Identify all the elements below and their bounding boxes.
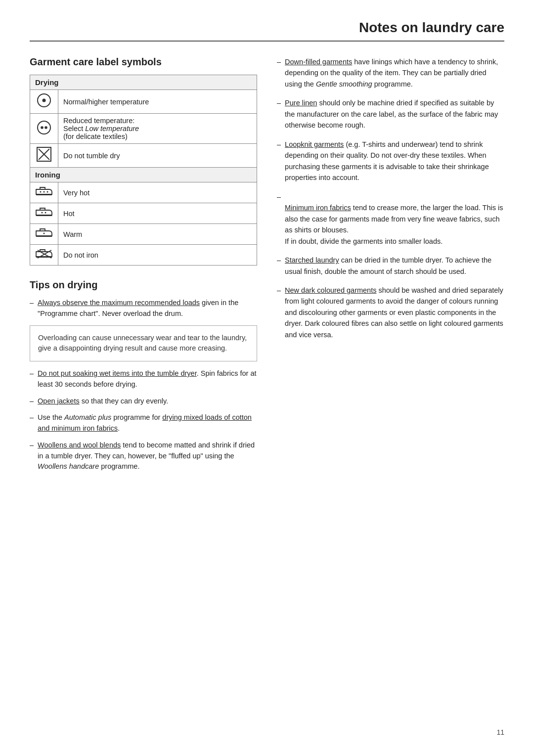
page-title: Notes on laundry care bbox=[359, 20, 504, 35]
right-item-5: – Starched laundry can be dried in the t… bbox=[277, 255, 504, 277]
tip-text-4: Open jackets so that they can dry evenly… bbox=[38, 396, 168, 407]
tip-underline-3: Do not put soaking wet items into the tu… bbox=[38, 369, 197, 377]
drying-header: Drying bbox=[30, 75, 257, 90]
tip-text-5: Use the Automatic plus programme for dry… bbox=[38, 412, 257, 434]
right-list: – Down-filled garments have linings whic… bbox=[277, 56, 504, 340]
ironing-header: Ironing bbox=[30, 168, 257, 182]
tip-item-1: – Always observe the maximum recommended… bbox=[30, 298, 257, 319]
tip-underline-4: Open jackets bbox=[38, 397, 80, 405]
page: Notes on laundry care Garment care label… bbox=[0, 0, 534, 756]
ironing-icon-2 bbox=[30, 203, 58, 224]
drying-icon-2 bbox=[30, 114, 58, 144]
tip-item-4: – Open jackets so that they can dry even… bbox=[30, 396, 257, 407]
svg-point-14 bbox=[45, 212, 46, 214]
tip-item-6: – Woollens and wool blends tend to becom… bbox=[30, 440, 257, 472]
page-number: 11 bbox=[496, 728, 504, 736]
tip-text-3: Do not put soaking wet items into the tu… bbox=[38, 368, 257, 390]
svg-point-2 bbox=[38, 121, 50, 134]
ironing-row-3: Warm bbox=[30, 224, 257, 245]
right-item-4: – Minimum iron fabrics tend to crease mo… bbox=[277, 191, 504, 247]
tip-dash-3: – bbox=[30, 368, 34, 390]
drying-row-2: Reduced temperature: Select Low temperat… bbox=[30, 114, 257, 144]
iron-1-dot-icon bbox=[35, 227, 53, 239]
svg-rect-12 bbox=[36, 215, 52, 216]
ironing-icon-1 bbox=[30, 182, 58, 203]
ironing-text-2: Hot bbox=[58, 203, 257, 224]
tip-text-1: Always observe the maximum recommended l… bbox=[38, 298, 257, 319]
ironing-row-1: Very hot bbox=[30, 182, 257, 203]
right-item-1: – Down-filled garments have linings whic… bbox=[277, 56, 504, 89]
svg-point-13 bbox=[42, 212, 43, 214]
tip-underline-6: Woollens and wool blends bbox=[38, 441, 121, 449]
right-column: – Down-filled garments have linings whic… bbox=[277, 56, 504, 478]
care-table: Drying Normal/higher temperature bbox=[30, 75, 257, 266]
drying-row-1: Normal/higher temperature bbox=[30, 90, 257, 114]
no-iron-icon bbox=[35, 248, 53, 260]
ironing-text-1: Very hot bbox=[58, 182, 257, 203]
drying-text-2: Reduced temperature: Select Low temperat… bbox=[58, 114, 257, 144]
drying-icon-1 bbox=[30, 90, 58, 114]
svg-point-4 bbox=[44, 126, 47, 129]
tip-text-6: Woollens and wool blends tend to become … bbox=[38, 440, 257, 472]
tip-item-warning: Overloading can cause unnecessary wear a… bbox=[30, 325, 257, 362]
tips-heading: Tips on drying bbox=[30, 279, 257, 291]
content-columns: Garment care label symbols Drying bbox=[30, 56, 504, 478]
garment-section-heading: Garment care label symbols bbox=[30, 56, 257, 68]
ironing-header-row: Ironing bbox=[30, 168, 257, 182]
iron-3-dots-icon bbox=[35, 185, 53, 197]
ironing-icon-3 bbox=[30, 224, 58, 245]
ironing-icon-4 bbox=[30, 245, 58, 266]
right-item-2: – Pure linen should only be machine drie… bbox=[277, 97, 504, 131]
ironing-text-4: Do not iron bbox=[58, 245, 257, 266]
right-item-3: – Loopknit garments (e.g. T-shirts and u… bbox=[277, 139, 504, 183]
page-title-area: Notes on laundry care bbox=[30, 20, 504, 42]
drying-icon-3 bbox=[30, 144, 58, 168]
svg-point-10 bbox=[44, 191, 45, 193]
svg-point-9 bbox=[40, 191, 42, 193]
no-tumble-dry-icon bbox=[37, 147, 51, 162]
tip-dash-5: – bbox=[30, 412, 34, 434]
warning-box: Overloading can cause unnecessary wear a… bbox=[30, 325, 257, 362]
tip-dash-4: – bbox=[30, 396, 34, 407]
ironing-row-4: Do not iron bbox=[30, 245, 257, 266]
tip-dash-1: – bbox=[30, 298, 34, 319]
tip-dash-6: – bbox=[30, 440, 34, 472]
ironing-row-2: Hot bbox=[30, 203, 257, 224]
tip-underline-1: Always observe the maximum recommended l… bbox=[38, 299, 200, 307]
svg-point-1 bbox=[43, 99, 46, 102]
tip-item-5: – Use the Automatic plus programme for d… bbox=[30, 412, 257, 434]
drying-row-3: Do not tumble dry bbox=[30, 144, 257, 168]
svg-rect-15 bbox=[36, 236, 52, 237]
ironing-text-3: Warm bbox=[58, 224, 257, 245]
svg-rect-8 bbox=[36, 194, 52, 195]
tips-list: – Always observe the maximum recommended… bbox=[30, 298, 257, 472]
drying-text-3: Do not tumble dry bbox=[58, 144, 257, 168]
tip-item-3: – Do not put soaking wet items into the … bbox=[30, 368, 257, 390]
iron-2-dots-icon bbox=[35, 206, 53, 218]
svg-point-11 bbox=[47, 191, 48, 193]
drying-text-1: Normal/higher temperature bbox=[58, 90, 257, 114]
svg-point-16 bbox=[44, 233, 45, 234]
circle-single-dot-icon bbox=[37, 93, 51, 108]
right-item-6: – New dark coloured garments should be w… bbox=[277, 285, 504, 340]
left-column: Garment care label symbols Drying bbox=[30, 56, 257, 478]
tips-section: Tips on drying – Always observe the maxi… bbox=[30, 279, 257, 472]
svg-point-3 bbox=[41, 126, 44, 129]
circle-two-dots-icon bbox=[37, 120, 51, 135]
drying-header-row: Drying bbox=[30, 75, 257, 90]
